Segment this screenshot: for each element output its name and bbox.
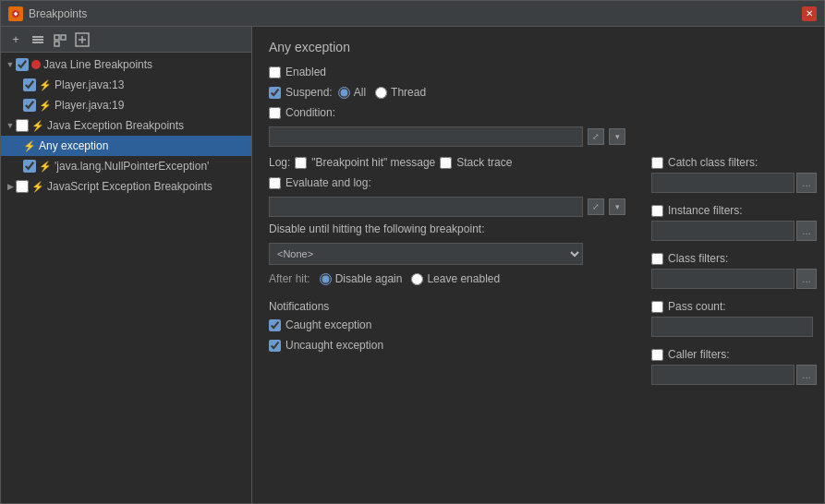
- expand-button[interactable]: [73, 30, 91, 49]
- lightning-red-icon-player19: ⚡: [39, 100, 52, 112]
- caller-filters-checkbox[interactable]: [651, 349, 663, 361]
- condition-checkbox[interactable]: [269, 107, 281, 119]
- checkbox-java-exception-bp[interactable]: [16, 119, 29, 132]
- tree-item-java-exception-bp[interactable]: ▼ ⚡ Java Exception Breakpoints: [1, 115, 251, 136]
- add-button[interactable]: +: [6, 30, 25, 49]
- caller-filters-input[interactable]: [651, 365, 795, 385]
- class-filters-label-row: Class filters:: [651, 252, 824, 265]
- right-section: Catch class filters: … Instance filters:: [651, 156, 824, 396]
- title-bar: Breakpoints ✕: [1, 1, 824, 27]
- close-button[interactable]: ✕: [802, 6, 817, 21]
- pass-count-checkbox[interactable]: [651, 301, 663, 313]
- breakpoint-hit-text: "Breakpoint hit" message: [311, 156, 435, 169]
- tree-item-java-line-bp[interactable]: ▼ Java Line Breakpoints: [1, 54, 251, 75]
- condition-input[interactable]: [269, 126, 583, 147]
- svg-rect-6: [55, 35, 59, 40]
- suspend-checkbox[interactable]: [269, 87, 281, 99]
- more-evaluate-button[interactable]: ▾: [609, 198, 625, 215]
- stack-trace-checkbox[interactable]: [440, 157, 452, 169]
- window-icon: [8, 6, 23, 21]
- tree-item-player13[interactable]: ⚡ Player.java:13: [1, 75, 251, 95]
- disable-again-label[interactable]: Disable again: [320, 272, 403, 285]
- caller-filters-label: Caller filters:: [668, 348, 730, 361]
- checkbox-java-line-bp[interactable]: [16, 58, 29, 71]
- leave-enabled-label[interactable]: Leave enabled: [411, 272, 500, 285]
- notifications-title: Notifications: [269, 300, 625, 313]
- catch-class-filters-input[interactable]: [651, 173, 795, 193]
- condition-field-row: ⤢ ▾: [269, 126, 807, 147]
- more-condition-button[interactable]: ▾: [609, 128, 625, 145]
- lightning-icon-js-exception-bp: ⚡: [31, 181, 44, 193]
- pass-count-label-row: Pass count:: [651, 300, 824, 313]
- group-button[interactable]: [29, 30, 47, 49]
- evaluate-log-text: Evaluate and log:: [285, 176, 371, 189]
- caller-filters-block: Caller filters: …: [651, 348, 824, 385]
- lightning-icon-any-exception: ⚡: [23, 140, 36, 152]
- checkbox-player19[interactable]: [23, 99, 36, 112]
- checkbox-js-exception-bp[interactable]: [16, 180, 29, 193]
- caller-filters-browse[interactable]: …: [796, 365, 817, 385]
- tree-item-any-exception[interactable]: ⚡ Any exception: [1, 136, 251, 156]
- class-filters-browse[interactable]: …: [796, 269, 817, 289]
- stack-trace-label[interactable]: Stack trace: [440, 156, 512, 169]
- instance-filters-checkbox[interactable]: [651, 205, 663, 217]
- class-filters-input[interactable]: [651, 269, 795, 289]
- label-java-line-bp: Java Line Breakpoints: [43, 58, 152, 71]
- caught-exception-checkbox[interactable]: [269, 319, 281, 331]
- suspend-label[interactable]: Suspend:: [269, 86, 333, 99]
- evaluate-log-label[interactable]: Evaluate and log:: [269, 176, 371, 189]
- pass-count-block: Pass count:: [651, 300, 824, 337]
- caught-exception-label[interactable]: Caught exception: [269, 318, 371, 331]
- disable-again-radio[interactable]: [320, 273, 332, 285]
- uncaught-exception-text: Uncaught exception: [285, 339, 383, 352]
- instance-filters-input[interactable]: [651, 221, 795, 241]
- enabled-row: Enabled: [269, 66, 807, 78]
- pass-count-input[interactable]: [651, 317, 813, 337]
- enabled-label[interactable]: Enabled: [269, 66, 326, 78]
- all-radio[interactable]: [338, 87, 350, 99]
- tree-item-player19[interactable]: ⚡ Player.java:19: [1, 95, 251, 115]
- lightning-icon-null-pointer: ⚡: [39, 161, 52, 173]
- condition-label[interactable]: Condition:: [269, 106, 335, 119]
- label-any-exception: Any exception: [39, 139, 108, 152]
- caught-exception-row: Caught exception: [269, 318, 625, 331]
- collapse-button[interactable]: [51, 30, 69, 49]
- expand-evaluate-button[interactable]: ⤢: [588, 198, 604, 215]
- expand-condition-button[interactable]: ⤢: [588, 128, 604, 145]
- condition-text: Condition:: [285, 106, 335, 119]
- label-player13: Player.java:13: [55, 78, 124, 91]
- breakpoints-window: Breakpoints ✕ + ▼: [0, 0, 825, 504]
- label-null-pointer: 'java.lang.NullPointerException': [55, 160, 209, 173]
- none-dropdown[interactable]: <None>: [269, 243, 583, 265]
- after-hit-text: After hit:: [269, 272, 310, 285]
- left-toolbar: +: [1, 27, 251, 53]
- detail-title: Any exception: [269, 40, 807, 54]
- main-content: + ▼ Java Line Breakpoints: [1, 27, 824, 503]
- all-radio-label[interactable]: All: [338, 86, 366, 99]
- evaluate-log-row: Evaluate and log:: [269, 176, 625, 189]
- checkbox-player13[interactable]: [23, 78, 36, 91]
- enabled-checkbox[interactable]: [269, 66, 281, 78]
- evaluate-input[interactable]: [269, 197, 583, 217]
- left-panel: + ▼ Java Line Breakpoints: [1, 27, 252, 503]
- all-radio-text: All: [354, 86, 366, 99]
- suspend-text: Suspend:: [285, 86, 333, 99]
- thread-radio[interactable]: [375, 87, 387, 99]
- uncaught-exception-label[interactable]: Uncaught exception: [269, 339, 383, 352]
- instance-filters-browse[interactable]: …: [796, 221, 817, 241]
- tree-item-js-exception-bp[interactable]: ▶ ⚡ JavaScript Exception Breakpoints: [1, 176, 251, 197]
- checkbox-null-pointer[interactable]: [23, 160, 36, 173]
- instance-filters-block: Instance filters: …: [651, 204, 824, 241]
- leave-enabled-radio[interactable]: [411, 273, 423, 285]
- tree-item-null-pointer[interactable]: ⚡ 'java.lang.NullPointerException': [1, 156, 251, 176]
- catch-class-filters-browse[interactable]: …: [796, 173, 817, 193]
- uncaught-exception-row: Uncaught exception: [269, 339, 625, 352]
- class-filters-checkbox[interactable]: [651, 253, 663, 265]
- catch-class-filters-checkbox[interactable]: [651, 157, 663, 169]
- breakpoint-hit-label[interactable]: "Breakpoint hit" message: [295, 156, 435, 169]
- breakpoint-hit-checkbox[interactable]: [295, 157, 307, 169]
- instance-filters-label: Instance filters:: [668, 204, 743, 217]
- uncaught-exception-checkbox[interactable]: [269, 340, 281, 352]
- evaluate-log-checkbox[interactable]: [269, 177, 281, 189]
- thread-radio-label[interactable]: Thread: [375, 86, 426, 99]
